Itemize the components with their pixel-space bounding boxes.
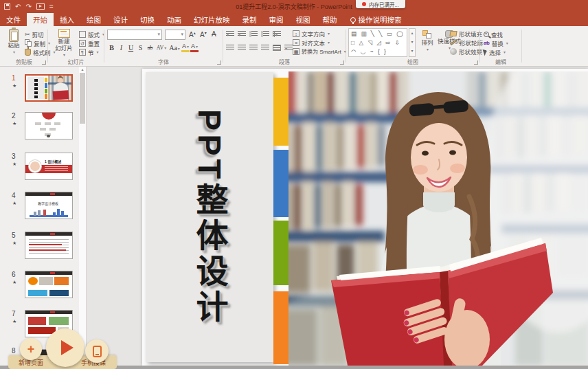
section-button[interactable]: ¶节	[79, 47, 99, 56]
align-text-button[interactable]: ≡对齐文本	[293, 38, 330, 47]
color-tab-yellow	[273, 78, 289, 146]
scroll-up-icon[interactable]: ▴	[79, 67, 86, 72]
cut-button[interactable]: ✂剪切	[25, 30, 44, 38]
tab-animations[interactable]: 动画	[161, 13, 188, 26]
tab-help[interactable]: 帮助	[317, 13, 343, 26]
mini-bullet-lines	[45, 166, 68, 172]
section-icon: ¶	[79, 49, 86, 56]
tab-review[interactable]: 审阅	[263, 13, 290, 26]
animation-star: ★	[12, 319, 16, 324]
strikethrough-button[interactable]: ab	[146, 45, 155, 51]
slide-thumbnail-5[interactable]	[25, 232, 73, 259]
tab-file[interactable]: 文件	[0, 13, 27, 26]
shapes-gallery[interactable]: ▤ ▥ ╲ ╲ ▭ ◯ □ △ ◹ ◿ ⇨ ⇩ ◠ ◡ ~ { }	[348, 28, 407, 57]
text-shadow-button[interactable]: S	[136, 44, 145, 52]
tell-me-search[interactable]: 操作说明搜索	[343, 13, 409, 26]
mini-header	[25, 311, 72, 314]
tab-draw[interactable]: 绘图	[80, 13, 107, 26]
mini-image	[49, 317, 69, 325]
convert-smartart-button[interactable]: ▦转换为 SmartArt	[293, 47, 346, 56]
start-slideshow-icon[interactable]	[36, 3, 45, 10]
highlight-color-button[interactable]: A	[181, 43, 190, 52]
tab-home[interactable]: 开始	[27, 13, 54, 26]
shapes-row-1: ▤ ▥ ╲ ╲ ▭ ◯	[351, 30, 405, 38]
justify-button[interactable]	[261, 45, 269, 51]
paste-button[interactable]: 粘贴	[4, 29, 23, 56]
scrollbar-thumb[interactable]	[80, 73, 85, 124]
align-text-label: 对齐文本	[302, 38, 325, 47]
font-dialog-launcher[interactable]	[217, 60, 221, 65]
select-button[interactable]: 选择	[484, 47, 506, 56]
increase-indent-button[interactable]	[261, 31, 269, 37]
shapes-row-3: ◠ ◡ ~ { }	[351, 47, 405, 56]
tab-design[interactable]: 设计	[107, 13, 134, 26]
mini-photo	[48, 76, 71, 100]
color-tab-green	[273, 221, 289, 285]
save-icon[interactable]	[4, 3, 10, 10]
find-button[interactable]: 查找	[484, 30, 503, 38]
font-color-button[interactable]: A	[190, 43, 199, 52]
align-right-button[interactable]	[249, 45, 258, 51]
powerpoint-window: ↶ ↷ = 01提升工程2.0-演示文稿制作 - PowerPoint 内存已满…	[0, 0, 588, 369]
grow-font-button[interactable]: A▴	[189, 30, 196, 38]
mini-image	[28, 317, 46, 325]
group-clipboard: 粘贴 ✂剪切 复制 格式刷 剪贴板	[1, 26, 47, 66]
slide-thumbnail-4[interactable]: 教学设计模板	[25, 192, 73, 219]
shape-fill-label: 形状填充	[459, 30, 482, 38]
slide-thumbnail-2[interactable]	[25, 112, 73, 139]
character-spacing-button[interactable]: AV	[155, 45, 168, 51]
text-direction-icon: ↕	[293, 30, 299, 37]
clear-formatting-button[interactable]: A	[212, 30, 216, 38]
slide-thumbnail-3[interactable]: 1 设计概述	[25, 153, 73, 180]
play-slideshow-button[interactable]	[46, 328, 84, 367]
italic-button[interactable]: I	[117, 44, 126, 52]
add-remove-columns-button[interactable]	[284, 45, 293, 51]
phone-teach-button[interactable]	[85, 339, 109, 363]
add-page-button[interactable]: +	[20, 338, 42, 360]
reset-button[interactable]: ↺重置	[79, 38, 100, 47]
quick-access-toolbar: ↶ ↷ =	[4, 0, 54, 13]
mini-text-lines	[29, 239, 69, 256]
arrange-button[interactable]: 排列	[418, 30, 436, 53]
font-size-combo[interactable]	[165, 30, 185, 40]
numbering-button[interactable]	[238, 31, 246, 37]
slide-thumbnail-6[interactable]	[25, 271, 73, 298]
shapes-gallery-scroll[interactable]: ▴▾▾	[409, 28, 416, 57]
tab-insert[interactable]: 插入	[54, 13, 80, 26]
line-spacing-button[interactable]	[273, 31, 281, 37]
decrease-indent-button[interactable]	[249, 31, 258, 37]
layout-button[interactable]: 版式	[79, 30, 104, 38]
tab-slideshow[interactable]: 幻灯片放映	[188, 13, 236, 26]
slide-thumbnail-panel: 1 ★ 2 ★ 3 ★ 1 设计概述 4 ★ 教学设计模板 5	[0, 67, 79, 369]
shrink-font-button[interactable]: A▾	[200, 30, 207, 38]
new-slide-button[interactable]: 新建 幻灯片	[52, 29, 76, 58]
slide-thumbnail-1[interactable]	[25, 74, 73, 102]
customize-qat-icon[interactable]: =	[49, 3, 54, 10]
align-center-button[interactable]	[238, 45, 246, 51]
editing-group-label: 编辑	[481, 58, 521, 65]
thumbnail-scrollbar[interactable]: ▴	[79, 67, 87, 369]
paragraph-dialog-launcher[interactable]	[340, 60, 344, 65]
group-slides: 新建 幻灯片 版式 ↺重置 ¶节 幻灯片	[49, 26, 103, 66]
mini-header	[25, 192, 72, 196]
replace-button[interactable]: ab替换	[484, 38, 508, 47]
change-case-button[interactable]: Aa	[168, 44, 181, 52]
undo-icon[interactable]: ↶	[15, 3, 21, 10]
align-left-button[interactable]	[226, 45, 234, 51]
underline-button[interactable]: U	[126, 44, 135, 52]
font-name-combo[interactable]	[107, 30, 162, 40]
tab-view[interactable]: 视图	[290, 13, 317, 26]
columns-button[interactable]	[273, 45, 281, 51]
slide-title-panel: PPT整体设计	[146, 72, 273, 362]
bullets-button[interactable]	[226, 31, 234, 37]
redo-icon[interactable]: ↷	[25, 3, 31, 10]
shrink-font-label: A	[200, 31, 205, 38]
clipboard-dialog-launcher[interactable]	[42, 60, 46, 65]
tab-transitions[interactable]: 切换	[134, 13, 161, 26]
drawing-dialog-launcher[interactable]	[474, 60, 478, 65]
group-drawing: ▤ ▥ ╲ ╲ ▭ ◯ □ △ ◹ ◿ ⇨ ⇩ ◠ ◡ ~ { } ▴▾▾ 排列…	[347, 26, 479, 66]
tab-record[interactable]: 录制	[236, 13, 263, 26]
bold-button[interactable]: B	[107, 44, 116, 52]
slide-canvas[interactable]: PPT整体设计	[142, 69, 588, 366]
text-direction-button[interactable]: ↕文字方向	[293, 29, 330, 38]
